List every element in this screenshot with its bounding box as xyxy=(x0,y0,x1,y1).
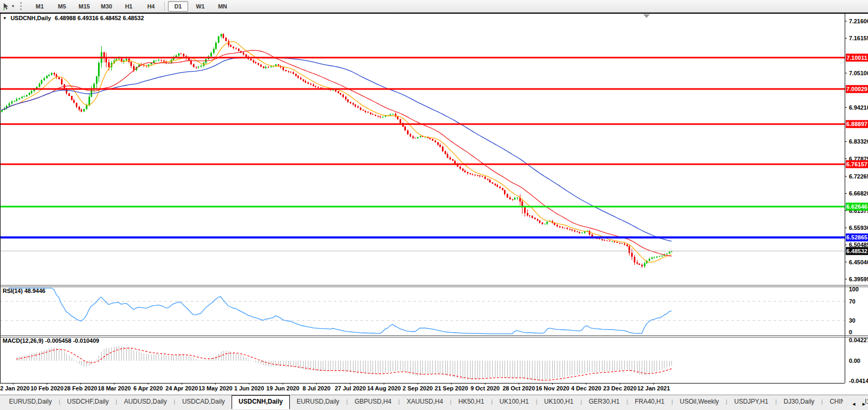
candle-body xyxy=(636,262,638,263)
candle-body xyxy=(313,85,314,86)
candle-body xyxy=(268,67,269,67)
timeframe-button-m15[interactable]: M15 xyxy=(74,1,94,12)
tab-scroll-arrows: ◂ ▸ xyxy=(843,398,865,408)
candle-body xyxy=(108,63,110,67)
candle-body xyxy=(653,257,655,258)
chart-tab-hk50-h1[interactable]: HK50,H1 xyxy=(451,395,491,408)
date-label: 6 Apr 2020 xyxy=(134,385,163,391)
timeframe-toolbar: ▼ M1M5M15M30H1H4D1W1MN xyxy=(0,0,868,13)
chart-tab-gbpusd-h4[interactable]: GBPUSD,H4 xyxy=(348,395,398,408)
chart-tab-fra40-h1[interactable]: FRA40,H1 xyxy=(628,395,671,408)
candle-body xyxy=(81,110,82,112)
chart-tab-audusd-daily[interactable]: AUDUSD,Daily xyxy=(117,395,174,408)
candle-body xyxy=(579,232,580,233)
candle-body xyxy=(342,95,344,97)
candle-body xyxy=(589,231,590,235)
price-tick-label: 6.66820 xyxy=(849,190,868,197)
chart-tab-eurusd-daily[interactable]: EURUSD,Daily xyxy=(2,395,59,408)
date-label: 19 Jun 2020 xyxy=(267,385,299,391)
candle-body xyxy=(417,137,419,138)
candle-body xyxy=(245,55,247,57)
candle-body xyxy=(641,265,643,266)
candle-body xyxy=(297,76,299,77)
price-line-label: 6.48532 xyxy=(846,248,867,254)
timeframe-button-m30[interactable]: M30 xyxy=(96,1,117,12)
date-label: 14 Aug 2020 xyxy=(367,385,401,391)
rsi-axis-label: 0 xyxy=(849,329,852,335)
macd-axis-label: 0.042275 xyxy=(849,337,868,343)
chart-tab-uk100-h1[interactable]: UK100,H1 xyxy=(537,395,580,408)
candle-body xyxy=(459,167,461,169)
cursor-icon xyxy=(3,3,10,10)
candle-body xyxy=(502,188,503,190)
chart-tab-usdcad-daily[interactable]: USDCAD,Daily xyxy=(175,395,232,408)
candle-body xyxy=(228,41,229,46)
candle-body xyxy=(175,56,177,57)
candle-body xyxy=(574,230,575,231)
pointer-tool-caret-icon[interactable]: ▼ xyxy=(11,4,15,8)
chart-tab-xauusd-h4[interactable]: XAUUSD,H4 xyxy=(400,395,450,408)
price-tick-label: 6.55930 xyxy=(849,225,868,231)
candle-body xyxy=(644,263,645,266)
date-label: 1 Jun 2020 xyxy=(234,385,264,391)
chart-tab-dj30-daily[interactable]: DJ30,Daily xyxy=(777,395,821,408)
date-label: 23 Dec 2020 xyxy=(603,385,636,391)
tab-scroll-left-icon[interactable]: ◂ xyxy=(852,400,855,407)
candle-body xyxy=(118,59,120,59)
candle-body xyxy=(447,154,448,158)
candle-body xyxy=(628,246,630,253)
price-tick-label: 6.94210 xyxy=(849,104,868,111)
candle-body xyxy=(546,222,548,224)
chart-menu-caret-icon[interactable]: ▼ xyxy=(3,16,7,21)
candle-body xyxy=(544,224,546,224)
candle-body xyxy=(265,67,267,68)
price-tick-label: 6.72265 xyxy=(849,173,868,180)
price-line-label: 7.10011 xyxy=(846,55,867,61)
timeframe-button-m5[interactable]: M5 xyxy=(52,1,72,12)
timeframe-button-d1[interactable]: D1 xyxy=(168,1,188,12)
candle-body xyxy=(445,151,446,154)
mt4-terminal: ▼ M1M5M15M30H1H4D1W1MN 7.216007.161557.0… xyxy=(0,0,868,410)
candle-body xyxy=(472,174,473,175)
timeframe-button-m1[interactable]: M1 xyxy=(30,1,50,12)
candle-body xyxy=(235,48,237,49)
ma-line-slow xyxy=(2,58,671,242)
candle-body xyxy=(86,105,87,109)
date-label: 2 Sep 2020 xyxy=(403,385,433,391)
timeframe-button-h1[interactable]: H1 xyxy=(119,1,139,12)
chart-tab-usdjpy-h1[interactable]: USDJPY,H1 xyxy=(727,395,775,408)
candle-body xyxy=(566,228,568,229)
chart-canvas[interactable]: 7.216007.161557.051006.942106.833206.778… xyxy=(0,13,868,395)
timeframe-button-h4[interactable]: H4 xyxy=(141,1,161,12)
candle-body xyxy=(532,216,533,218)
candle-body xyxy=(626,245,628,246)
candle-body xyxy=(130,62,132,66)
candle-body xyxy=(462,168,464,171)
chart-window[interactable]: 7.216007.161557.051006.942106.833206.778… xyxy=(0,13,868,395)
chart-shift-marker[interactable] xyxy=(643,14,650,18)
candle-body xyxy=(464,171,466,172)
timeframe-button-mn[interactable]: MN xyxy=(212,1,233,12)
price-line-label: 6.52865 xyxy=(846,234,867,240)
candle-body xyxy=(288,71,289,72)
candle-body xyxy=(153,61,155,63)
tab-scroll-right-icon[interactable]: ▸ xyxy=(862,400,865,407)
candle-body xyxy=(218,37,219,43)
chart-tab-usdchf-daily[interactable]: USDCHF,Daily xyxy=(60,395,116,408)
chart-tab-uk100-h1[interactable]: UK100,H1 xyxy=(493,395,536,408)
candle-body xyxy=(19,98,20,99)
candle-body xyxy=(482,176,483,177)
candle-body xyxy=(317,87,319,87)
chart-tab-usoil-weekly[interactable]: USOil,Weekly xyxy=(673,395,726,408)
candle-body xyxy=(88,97,90,105)
candle-body xyxy=(479,175,481,176)
chart-tab-ger30-h1[interactable]: GER30,H1 xyxy=(582,395,626,408)
timeframe-button-w1[interactable]: W1 xyxy=(190,1,210,12)
pointer-tool-button[interactable] xyxy=(1,2,11,11)
candle-body xyxy=(347,100,349,102)
candle-body xyxy=(414,138,416,138)
toolbar-grip[interactable] xyxy=(20,2,23,10)
chart-tab-eurusd-daily[interactable]: EURUSD,Daily xyxy=(290,395,347,408)
macd-axis-label: -0.04148 xyxy=(849,378,868,384)
chart-tab-usdcnh-daily[interactable]: USDCNH,Daily xyxy=(232,395,289,409)
